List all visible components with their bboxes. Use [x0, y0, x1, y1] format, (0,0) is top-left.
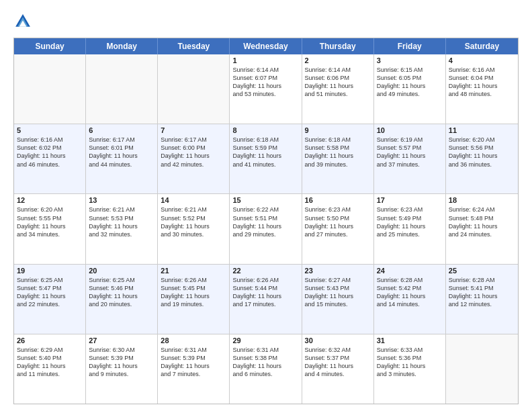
cell-info-line: Daylight: 11 hours: [17, 292, 83, 300]
cell-info-line: Sunrise: 6:33 AM: [377, 346, 443, 354]
day-number: 18: [449, 196, 515, 204]
cell-info-line: Sunrise: 6:17 AM: [161, 136, 226, 144]
calendar-cell-5-1: 26Sunrise: 6:29 AMSunset: 5:40 PMDayligh…: [14, 334, 86, 404]
header-day-tuesday: Tuesday: [158, 38, 230, 54]
calendar-cell-5-5: 30Sunrise: 6:32 AMSunset: 5:37 PMDayligh…: [302, 334, 374, 404]
calendar-header-row: SundayMondayTuesdayWednesdayThursdayFrid…: [14, 38, 518, 54]
calendar-cell-3-5: 16Sunrise: 6:23 AMSunset: 5:50 PMDayligh…: [302, 194, 374, 263]
calendar-cell-5-6: 31Sunrise: 6:33 AMSunset: 5:36 PMDayligh…: [374, 334, 446, 404]
calendar-cell-4-5: 23Sunrise: 6:27 AMSunset: 5:43 PMDayligh…: [302, 265, 374, 334]
cell-info-line: Daylight: 11 hours: [161, 222, 226, 230]
cell-info-line: Sunset: 6:02 PM: [17, 144, 83, 152]
calendar-cell-1-6: 3Sunrise: 6:15 AMSunset: 6:05 PMDaylight…: [374, 54, 446, 124]
cell-info-line: and 7 minutes.: [161, 370, 226, 378]
calendar-cell-2-5: 9Sunrise: 6:18 AMSunset: 5:58 PMDaylight…: [302, 124, 374, 193]
calendar-week-3: 12Sunrise: 6:20 AMSunset: 5:55 PMDayligh…: [14, 193, 518, 263]
cell-info-line: Daylight: 11 hours: [232, 362, 298, 370]
cell-info-line: Sunset: 6:04 PM: [449, 74, 515, 82]
day-number: 22: [232, 267, 298, 275]
cell-info-line: and 41 minutes.: [232, 161, 298, 169]
cell-info-line: and 20 minutes.: [89, 300, 154, 308]
calendar-cell-5-7: [446, 334, 518, 404]
cell-info-line: Daylight: 11 hours: [89, 152, 154, 160]
day-number: 21: [161, 267, 226, 275]
cell-info-line: Sunset: 5:46 PM: [89, 284, 154, 292]
cell-info-line: Sunrise: 6:18 AM: [305, 136, 371, 144]
cell-info-line: Sunset: 5:38 PM: [232, 354, 298, 362]
cell-info-line: Daylight: 11 hours: [449, 152, 515, 160]
cell-info-line: Sunrise: 6:19 AM: [377, 136, 443, 144]
cell-info-line: Sunset: 5:57 PM: [377, 144, 443, 152]
calendar-cell-3-6: 17Sunrise: 6:23 AMSunset: 5:49 PMDayligh…: [374, 194, 446, 263]
calendar-cell-3-3: 14Sunrise: 6:21 AMSunset: 5:52 PMDayligh…: [158, 194, 230, 263]
cell-info-line: Sunrise: 6:16 AM: [17, 136, 83, 144]
cell-info-line: Daylight: 11 hours: [377, 292, 443, 300]
cell-info-line: Sunset: 5:45 PM: [161, 284, 226, 292]
cell-info-line: and 24 minutes.: [449, 230, 515, 238]
cell-info-line: Sunset: 5:39 PM: [161, 354, 226, 362]
cell-info-line: Daylight: 11 hours: [17, 222, 83, 230]
day-number: 4: [449, 56, 515, 64]
cell-info-line: Sunset: 6:07 PM: [232, 74, 298, 82]
header-day-saturday: Saturday: [446, 38, 518, 54]
cell-info-line: Daylight: 11 hours: [377, 362, 443, 370]
cell-info-line: Sunrise: 6:24 AM: [449, 205, 515, 214]
cell-info-line: Sunset: 5:52 PM: [161, 214, 226, 222]
day-number: 11: [449, 126, 515, 134]
cell-info-line: Sunrise: 6:15 AM: [377, 66, 443, 74]
cell-info-line: and 11 minutes.: [17, 370, 83, 378]
calendar-cell-2-6: 10Sunrise: 6:19 AMSunset: 5:57 PMDayligh…: [374, 124, 446, 193]
cell-info-line: Daylight: 11 hours: [89, 292, 154, 300]
cell-info-line: Sunrise: 6:31 AM: [232, 346, 298, 354]
cell-info-line: and 42 minutes.: [161, 161, 226, 169]
cell-info-line: Daylight: 11 hours: [449, 222, 515, 230]
cell-info-line: Sunset: 5:50 PM: [305, 214, 371, 222]
calendar-cell-2-7: 11Sunrise: 6:20 AMSunset: 5:56 PMDayligh…: [446, 124, 518, 193]
calendar-cell-4-3: 21Sunrise: 6:26 AMSunset: 5:45 PMDayligh…: [158, 265, 230, 334]
cell-info-line: and 14 minutes.: [377, 300, 443, 308]
cell-info-line: Daylight: 11 hours: [377, 152, 443, 160]
cell-info-line: Daylight: 11 hours: [17, 362, 83, 370]
header: [13, 12, 519, 31]
day-number: 23: [305, 267, 371, 275]
cell-info-line: Sunset: 5:47 PM: [17, 284, 83, 292]
calendar-week-5: 26Sunrise: 6:29 AMSunset: 5:40 PMDayligh…: [14, 334, 518, 404]
cell-info-line: Sunset: 5:51 PM: [232, 214, 298, 222]
cell-info-line: and 6 minutes.: [232, 370, 298, 378]
cell-info-line: Daylight: 11 hours: [232, 222, 298, 230]
cell-info-line: Sunrise: 6:26 AM: [161, 276, 226, 284]
cell-info-line: and 19 minutes.: [161, 300, 226, 308]
calendar-cell-3-2: 13Sunrise: 6:21 AMSunset: 5:53 PMDayligh…: [86, 194, 158, 263]
cell-info-line: Daylight: 11 hours: [161, 292, 226, 300]
calendar-cell-5-4: 29Sunrise: 6:31 AMSunset: 5:38 PMDayligh…: [230, 334, 302, 404]
day-number: 25: [449, 267, 515, 275]
calendar-cell-4-7: 25Sunrise: 6:28 AMSunset: 5:41 PMDayligh…: [446, 265, 518, 334]
day-number: 31: [377, 336, 443, 345]
day-number: 1: [232, 56, 298, 64]
calendar-cell-4-6: 24Sunrise: 6:28 AMSunset: 5:42 PMDayligh…: [374, 265, 446, 334]
cell-info-line: Sunrise: 6:23 AM: [377, 205, 443, 214]
day-number: 5: [17, 126, 83, 134]
cell-info-line: Daylight: 11 hours: [305, 292, 371, 300]
cell-info-line: Daylight: 11 hours: [17, 152, 83, 160]
cell-info-line: Daylight: 11 hours: [305, 82, 371, 90]
day-number: 10: [377, 126, 443, 134]
header-day-thursday: Thursday: [302, 38, 374, 54]
cell-info-line: and 17 minutes.: [232, 300, 298, 308]
cell-info-line: Sunrise: 6:14 AM: [232, 66, 298, 74]
cell-info-line: Sunset: 6:00 PM: [161, 144, 226, 152]
cell-info-line: Daylight: 11 hours: [161, 362, 226, 370]
calendar-cell-1-4: 1Sunrise: 6:14 AMSunset: 6:07 PMDaylight…: [230, 54, 302, 124]
calendar-cell-1-7: 4Sunrise: 6:16 AMSunset: 6:04 PMDaylight…: [446, 54, 518, 124]
day-number: 8: [232, 126, 298, 134]
calendar-cell-3-7: 18Sunrise: 6:24 AMSunset: 5:48 PMDayligh…: [446, 194, 518, 263]
cell-info-line: Sunset: 5:58 PM: [305, 144, 371, 152]
cell-info-line: Daylight: 11 hours: [89, 222, 154, 230]
cell-info-line: Sunset: 5:37 PM: [305, 354, 371, 362]
day-number: 14: [161, 196, 226, 204]
cell-info-line: Sunset: 5:40 PM: [17, 354, 83, 362]
cell-info-line: Sunset: 5:48 PM: [449, 214, 515, 222]
cell-info-line: Sunrise: 6:21 AM: [161, 205, 226, 214]
calendar-cell-2-3: 7Sunrise: 6:17 AMSunset: 6:00 PMDaylight…: [158, 124, 230, 193]
day-number: 15: [232, 196, 298, 204]
